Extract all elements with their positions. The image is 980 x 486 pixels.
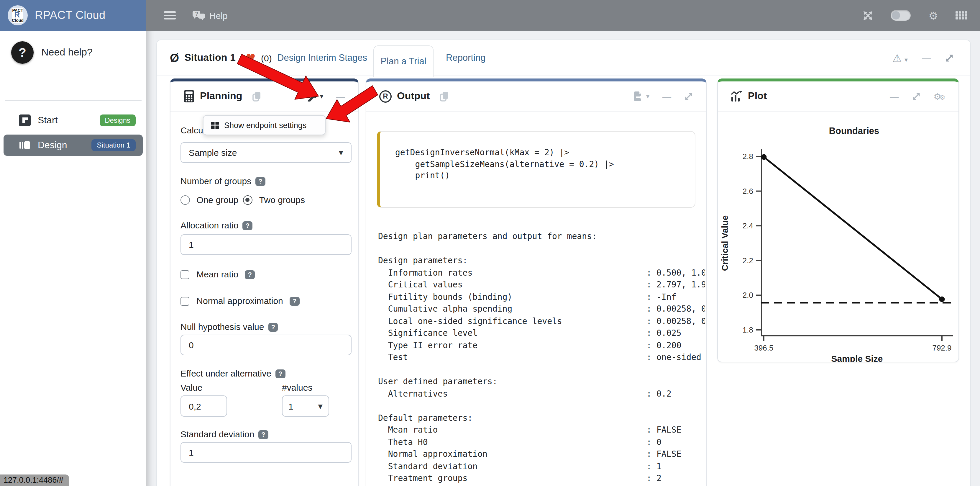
chevron-down-icon: ▼ xyxy=(339,149,343,156)
radio-label: One group xyxy=(196,195,238,205)
situation-header: Ø Situation 1 ♥ (0) xyxy=(170,40,272,75)
output-panel: R Output xyxy=(366,78,706,486)
situation-badge: Situation 1 xyxy=(92,139,136,151)
help-icon[interactable]: ? xyxy=(255,177,265,186)
null-hypothesis-input[interactable] xyxy=(180,335,352,355)
settings-gear-icon[interactable]: ⚙ xyxy=(928,9,938,22)
menu-item-show-endpoint-settings[interactable]: Show endpoint settings xyxy=(203,115,326,135)
help-icon[interactable]: ? xyxy=(290,297,299,306)
standard-deviation-input[interactable] xyxy=(180,442,352,463)
mean-ratio-label: Mean ratio xyxy=(196,269,238,279)
tab-plan-a-trial[interactable]: Plan a Trial xyxy=(373,45,434,77)
help-icon[interactable]: ? xyxy=(245,270,255,279)
warnings-dropdown[interactable]: ⚠ ▾ xyxy=(892,52,908,64)
effect-value-label: Value xyxy=(180,382,203,392)
num-values-label: #values xyxy=(282,382,312,392)
svg-text:?: ? xyxy=(195,11,199,16)
effect-value-input[interactable] xyxy=(180,395,227,417)
copy-icon[interactable] xyxy=(253,91,261,101)
top-bar: PACT R Cloud RPACT Cloud ? Help xyxy=(0,0,980,31)
collapse-planning-button[interactable]: — xyxy=(336,91,345,101)
plot-title: Plot xyxy=(748,90,767,102)
workspace-card: Ø Situation 1 ♥ (0) Design Interim Stage… xyxy=(156,40,971,486)
planning-panel-header: Planning ▾ — xyxy=(170,81,358,112)
tab-design-interim-stages[interactable]: Design Interim Stages xyxy=(277,40,367,75)
design-icon xyxy=(19,139,31,151)
help-icon[interactable]: ? xyxy=(268,323,278,331)
designs-badge: Designs xyxy=(99,115,136,126)
radio-one-group[interactable] xyxy=(180,195,190,205)
radio-label: Two groups xyxy=(259,195,305,205)
data-point xyxy=(939,296,945,302)
need-help-link[interactable]: ? Need help? xyxy=(0,39,146,81)
copy-icon[interactable] xyxy=(440,91,449,101)
favorite-count: (0) xyxy=(261,53,272,63)
main-area: Ø Situation 1 ♥ (0) Design Interim Stage… xyxy=(146,31,980,486)
svg-text:2.8: 2.8 xyxy=(743,152,753,161)
help-icon[interactable]: ? xyxy=(275,370,285,378)
app-title: RPACT Cloud xyxy=(35,9,106,22)
caret-down-icon: ▾ xyxy=(905,56,908,64)
favorite-heart-icon[interactable]: ♥ xyxy=(246,51,256,64)
warning-icon: ⚠ xyxy=(892,52,902,64)
rpact-logo-icon: PACT R Cloud xyxy=(7,5,28,26)
plot-settings-gears-icon[interactable]: ⚙⚙ xyxy=(934,91,945,102)
critical-value-line xyxy=(764,157,942,299)
collapse-workspace-button[interactable]: — xyxy=(922,53,931,63)
tab-reporting[interactable]: Reporting xyxy=(446,40,485,75)
help-button[interactable]: ? Help xyxy=(192,10,228,20)
hamburger-menu-icon[interactable] xyxy=(164,11,176,19)
help-bubble-icon: ? xyxy=(192,10,205,20)
calculation-target-value: Sample size xyxy=(189,148,237,158)
r-code-text: getDesignInverseNormal(kMax = 2) |> getS… xyxy=(380,132,695,197)
number-of-groups-label: Number of groups? xyxy=(180,176,266,186)
x-tick-label: 792.9 xyxy=(932,344,951,352)
svg-text:2.4: 2.4 xyxy=(743,221,753,230)
collapse-plot-button[interactable]: — xyxy=(890,91,899,101)
help-label: Help xyxy=(209,10,228,20)
caret-down-icon: ▾ xyxy=(320,92,323,100)
mean-ratio-checkbox[interactable] xyxy=(180,270,189,279)
sidebar-item-design[interactable]: Design Situation 1 xyxy=(3,135,143,156)
allocation-ratio-input[interactable] xyxy=(180,234,352,255)
help-icon[interactable]: ? xyxy=(243,221,253,230)
apps-grid-icon[interactable] xyxy=(956,11,967,19)
sidebar-item-start[interactable]: Start Designs xyxy=(3,111,143,130)
fullscreen-icon[interactable] xyxy=(863,10,873,20)
expand-output-icon[interactable] xyxy=(684,92,693,100)
theme-toggle[interactable] xyxy=(891,10,911,21)
svg-text:1.8: 1.8 xyxy=(743,325,753,334)
x-axis-label: Sample Size xyxy=(831,354,883,362)
situation-title: Situation 1 xyxy=(185,52,235,64)
output-title: Output xyxy=(397,90,430,102)
x-tick-label: 396.5 xyxy=(754,344,773,352)
plot-panel-header: Plot — ⚙⚙ xyxy=(718,81,958,112)
y-tick-labels: 2.8 2.6 2.4 2.2 2.0 1.8 xyxy=(743,152,753,334)
y-axis-label: Critical Value xyxy=(720,215,730,271)
expand-plot-icon[interactable] xyxy=(912,92,920,100)
normal-approximation-label: Normal approximation xyxy=(196,296,283,306)
collapse-output-button[interactable]: — xyxy=(662,91,671,101)
file-export-icon xyxy=(634,91,643,102)
help-icon[interactable]: ? xyxy=(258,430,268,439)
top-right-actions: ⚙ xyxy=(863,9,967,22)
tab-row: Ø Situation 1 ♥ (0) Design Interim Stage… xyxy=(157,40,970,76)
expand-workspace-icon[interactable] xyxy=(945,53,954,62)
radio-two-groups[interactable] xyxy=(243,195,253,205)
mean-ratio-row: Mean ratio ? xyxy=(180,269,255,279)
normal-approximation-checkbox[interactable] xyxy=(180,296,189,305)
need-help-label: Need help? xyxy=(41,47,92,59)
empty-set-icon: Ø xyxy=(170,51,179,65)
boundaries-chart: Boundaries 2.8 2.6 2.4 2.2 2.0 xyxy=(718,112,959,362)
calculation-target-select[interactable]: Sample size ▼ xyxy=(180,142,352,163)
tools-dropdown[interactable]: ▾ xyxy=(307,91,323,101)
normal-approximation-row: Normal approximation ? xyxy=(180,296,300,306)
sidebar-item-label: Design xyxy=(38,140,67,150)
standard-deviation-label: Standard deviation? xyxy=(180,429,268,439)
menu-item-label: Show endpoint settings xyxy=(224,121,306,129)
export-dropdown[interactable]: ▾ xyxy=(634,91,649,102)
plot-panel: Plot — ⚙⚙ Boundaries xyxy=(717,78,959,362)
r-language-icon: R xyxy=(379,90,391,102)
workspace-actions: ⚠ ▾ — xyxy=(892,40,954,75)
num-values-select[interactable]: 1 ▼ xyxy=(282,395,329,417)
